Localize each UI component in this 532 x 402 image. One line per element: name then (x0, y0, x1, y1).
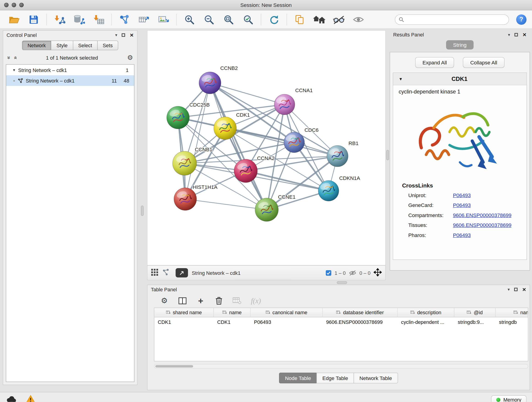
export-image-button[interactable] (155, 12, 172, 27)
search-field[interactable] (395, 14, 509, 25)
tree-caret-icon[interactable]: ▼ (12, 68, 16, 72)
network-edge[interactable] (185, 199, 267, 210)
tab-network[interactable]: Network (22, 41, 51, 50)
network-edge[interactable] (185, 83, 210, 199)
table-horizontal-scrollbar[interactable] (154, 364, 528, 369)
column-header[interactable]: namespace (496, 308, 528, 317)
collapse-all-icon[interactable]: » (6, 56, 12, 59)
crosslink-link[interactable]: P06493 (453, 202, 471, 208)
tab-style[interactable]: Style (51, 41, 73, 50)
tab-select[interactable]: Select (73, 41, 97, 50)
minimize-window-button[interactable] (12, 3, 16, 7)
save-session-button[interactable] (25, 12, 42, 27)
network-node-HIST1H1A[interactable]: HIST1H1A (174, 184, 217, 211)
column-header[interactable]: @id (454, 308, 496, 317)
overview-button[interactable] (311, 12, 328, 27)
maximize-window-button[interactable] (19, 3, 24, 7)
tab-edge-table[interactable]: Edge Table (317, 373, 354, 383)
detach-view-button[interactable] (176, 268, 188, 278)
open-session-button[interactable] (6, 12, 23, 27)
help-button[interactable]: ? (516, 14, 526, 25)
expand-all-icon[interactable]: » (13, 56, 18, 59)
maximize-panel-icon[interactable] (122, 33, 125, 37)
delete-table-button-disabled[interactable] (233, 297, 242, 305)
network-view[interactable]: CCNB2CCNA1CDC25BCDK1CDC6RB1CCNB1CCNA2CDK… (147, 30, 386, 265)
apply-layout-button[interactable] (265, 12, 283, 27)
copy-view-button[interactable] (291, 12, 308, 27)
network-row-selected[interactable]: ● String Network – cdk1 11 48 (6, 75, 134, 86)
zoom-fit-button[interactable] (220, 12, 237, 27)
network-node-CDKN1A[interactable]: CDKN1A (318, 175, 360, 201)
add-column-button[interactable]: + (196, 296, 205, 305)
delete-column-button[interactable] (215, 297, 223, 305)
column-header[interactable]: description (398, 308, 455, 317)
grid-view-button[interactable] (151, 269, 158, 277)
table-cell[interactable]: P06493 (251, 319, 323, 325)
function-builder-button-disabled[interactable]: f(x) (251, 297, 261, 305)
table-cell[interactable]: CDK1 (214, 319, 251, 325)
close-panel-icon[interactable]: ✕ (522, 32, 526, 38)
import-network-database-button[interactable] (70, 12, 88, 27)
cloud-button[interactable] (6, 395, 17, 402)
import-table-button[interactable] (90, 12, 107, 27)
network-from-table-button[interactable] (135, 12, 152, 27)
expand-all-button[interactable]: Expand All (415, 57, 454, 68)
tab-node-table[interactable]: Node Table (279, 373, 317, 383)
table-cell[interactable]: 9606.ENSP00000378699 (323, 319, 398, 325)
column-header[interactable]: name (214, 308, 251, 317)
maximize-panel-icon[interactable] (515, 33, 518, 36)
memory-button[interactable]: Memory (491, 395, 526, 402)
scrollbar-thumb[interactable] (155, 365, 193, 368)
network-view-mode-button[interactable] (162, 269, 170, 277)
table-cell[interactable]: stringdb (496, 319, 528, 325)
crosslink-link[interactable]: P06493 (453, 192, 471, 198)
right-splitter-handle[interactable] (386, 150, 389, 160)
left-splitter-handle[interactable] (141, 206, 144, 216)
close-panel-icon[interactable]: ✕ (522, 287, 526, 292)
float-panel-icon[interactable]: ▾ (508, 32, 510, 37)
network-edge[interactable] (210, 83, 285, 105)
network-collection-row[interactable]: ▼ String Network – cdk1 1 (6, 65, 134, 75)
table-settings-button[interactable]: ⚙ (160, 297, 169, 305)
table-cell[interactable]: stringdb:9... (454, 319, 496, 325)
zoom-in-button[interactable] (181, 12, 198, 27)
tab-sets[interactable]: Sets (97, 41, 118, 50)
warnings-button[interactable] (25, 395, 36, 402)
collapse-caret-icon[interactable]: ▼ (399, 77, 403, 81)
network-canvas[interactable]: CCNB2CCNA1CDC25BCDK1CDC6RB1CCNB1CCNA2CDK… (147, 31, 386, 266)
gene-card-header[interactable]: ▼ CDK1 (393, 73, 526, 85)
network-node-RB1[interactable]: RB1 (327, 140, 359, 167)
crosslink-link[interactable]: 9606.ENSP00000378699 (453, 222, 511, 228)
fit-selected-button[interactable] (374, 268, 382, 278)
tab-string[interactable]: String (446, 40, 474, 50)
new-network-button[interactable] (116, 12, 133, 27)
show-columns-button[interactable] (178, 297, 187, 305)
graphics-details-button[interactable] (330, 12, 348, 27)
crosslink-link[interactable]: 9606.ENSP00000378699 (453, 212, 511, 218)
float-panel-icon[interactable]: ▾ (508, 287, 510, 292)
float-panel-icon[interactable]: ▾ (115, 33, 117, 38)
network-node-CDK1[interactable]: CDK1 (214, 112, 250, 140)
network-node-CCNA1[interactable]: CCNA1 (274, 88, 313, 115)
show-hide-button[interactable] (350, 12, 367, 27)
zoom-selected-button[interactable] (240, 12, 257, 27)
table-cell[interactable]: cyclin-dependent ... (398, 319, 455, 325)
close-window-button[interactable] (4, 3, 9, 7)
horizontal-splitter-handle[interactable] (337, 281, 347, 284)
column-header[interactable]: canonical name (251, 308, 323, 317)
column-header[interactable]: database identifier (323, 308, 398, 317)
network-options-gear-icon[interactable]: ⚙ (127, 54, 133, 61)
close-panel-icon[interactable]: ✕ (130, 32, 134, 38)
node-count: 11 (112, 78, 117, 83)
network-edge[interactable] (210, 83, 267, 210)
collapse-all-button[interactable]: Collapse All (463, 57, 505, 68)
table-row[interactable]: CDK1CDK1P064939606.ENSP00000378699cyclin… (154, 317, 528, 327)
tab-network-table[interactable]: Network Table (354, 373, 398, 383)
search-input[interactable] (407, 17, 505, 22)
column-header[interactable]: shared name (154, 308, 214, 317)
crosslink-link[interactable]: P06493 (453, 232, 471, 238)
table-cell[interactable]: CDK1 (154, 319, 214, 325)
zoom-out-button[interactable] (201, 12, 218, 27)
maximize-panel-icon[interactable] (514, 288, 518, 291)
import-network-file-button[interactable] (51, 12, 68, 27)
